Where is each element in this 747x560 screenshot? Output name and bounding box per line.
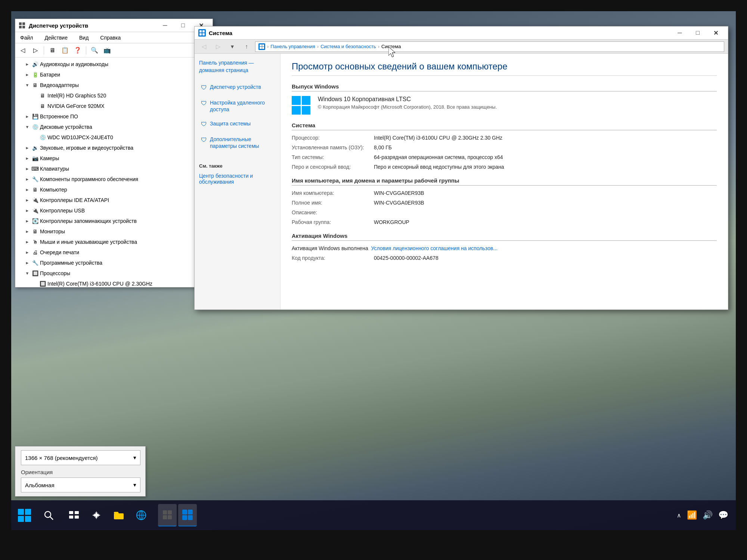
tree-software-components[interactable]: ► 🔧 Компоненты программного обеспечения [15, 174, 213, 184]
tree-hdd[interactable]: 💿 WDC WD10JPCX-24UE4T0 [15, 132, 213, 143]
maximize-button[interactable]: □ [174, 19, 192, 32]
tree-software-devices[interactable]: ► 🔧 Программные устройства [15, 258, 213, 268]
active-taskbar-items [155, 504, 200, 526]
description-value [374, 209, 717, 215]
taskview-button[interactable] [63, 504, 84, 526]
sys-minimize-btn[interactable]: ─ [671, 27, 688, 40]
tree-keyboard[interactable]: ► ⌨ Клавиатуры [15, 164, 213, 174]
windows-section-header: Выпуск Windows [292, 83, 717, 91]
pen-value: Перо и сенсорный ввод недоступны для это… [374, 164, 717, 170]
browser-taskbar[interactable] [131, 504, 151, 526]
svg-rect-0 [19, 22, 22, 25]
system-main-title: Просмотр основных сведений о вашем компь… [292, 61, 717, 76]
nav-back-btn[interactable]: ◁ [198, 41, 210, 52]
system-window-title: Система [209, 30, 232, 36]
svg-rect-8 [69, 516, 73, 519]
workgroup-label: Рабочая группа: [292, 219, 374, 225]
taskbar-search-button[interactable] [37, 500, 60, 530]
device-manager-tree: ► 🔊 Аудиовходы и аудиовыходы ► 🔋 Батареи… [15, 57, 213, 287]
device-manager-icon [18, 22, 26, 29]
back-button[interactable]: ◁ [17, 45, 28, 56]
tree-firmware[interactable]: ► 💾 Встроенное ПО [15, 111, 213, 122]
nav-forward-btn[interactable]: ▷ [213, 41, 224, 52]
sys-close-btn[interactable]: ✕ [707, 27, 724, 40]
properties-button[interactable]: 📋 [59, 45, 71, 56]
resolution-dropdown[interactable]: 1366 × 768 (рекомендуется) ▾ [21, 450, 140, 465]
windows-logo [292, 96, 310, 115]
computer-section-header: Имя компьютера, имя домена и параметры р… [292, 177, 717, 186]
sidebar-system-protection[interactable]: 🛡 Защита системы [199, 118, 276, 131]
tree-ide[interactable]: ► 🔌 Контроллеры IDE ATA/ATAPI [15, 195, 213, 205]
system-window: Система ─ □ ✕ ◁ ▷ ▾ ↑ [194, 26, 728, 310]
processor-row: Процессор: Intel(R) Core(TM) i3-6100U CP… [292, 135, 717, 141]
monitor-button[interactable]: 📺 [102, 45, 113, 56]
orientation-dropdown[interactable]: Альбомная ▾ [21, 477, 140, 492]
tree-camera[interactable]: ► 📷 Камеры [15, 153, 213, 164]
start-button[interactable] [11, 500, 37, 530]
tree-processors[interactable]: ▼ 🔲 Процессоры [15, 268, 213, 279]
tree-video-adapters[interactable]: ▼ 🖥 Видеоадаптеры [15, 80, 213, 90]
svg-rect-11 [114, 513, 124, 519]
breadcrumb-panel[interactable]: Панель управления [270, 44, 315, 49]
help-button[interactable]: ❓ [72, 45, 83, 56]
notification-icon[interactable]: 💬 [718, 510, 728, 520]
sidebar-advanced-settings[interactable]: 🛡 Дополнительные параметры системы [199, 134, 276, 152]
tree-nvidia[interactable]: 🖥 NVIDIA GeForce 920MX [15, 101, 213, 111]
sidebar-security-center-link[interactable]: Центр безопасности и обслуживания [199, 172, 276, 186]
system-window-icon [198, 29, 206, 37]
menu-help[interactable]: Справка [97, 34, 124, 42]
up-arrow-icon[interactable]: ∧ [677, 512, 681, 519]
tree-disk[interactable]: ▼ 💿 Дисковые устройства [15, 122, 213, 132]
svg-rect-16 [163, 510, 167, 514]
volume-icon[interactable]: 🔊 [703, 510, 713, 520]
sidebar-advanced-settings-label: Дополнительные параметры системы [210, 136, 274, 149]
sidebar-remote-access[interactable]: 🛡 Настройка удаленного доступа [199, 97, 276, 115]
menu-file[interactable]: Файл [17, 34, 36, 42]
tree-computer[interactable]: ► 🖥 Компьютер [15, 184, 213, 195]
menu-view[interactable]: Вид [76, 34, 92, 42]
breadcrumb-security[interactable]: Система и безопасность [320, 44, 376, 49]
device-manager-menu: Файл Действие Вид Справка [15, 32, 213, 43]
toolbar-separator-1 [44, 46, 44, 55]
tree-audio[interactable]: ► 🔊 Аудиовходы и аудиовыходы [15, 59, 213, 69]
forward-button[interactable]: ▷ [30, 45, 41, 56]
network-icon[interactable]: 📶 [687, 510, 697, 520]
activation-status: Активация Windows выполнена Условия лице… [292, 245, 717, 251]
computer-icon-btn[interactable]: 🖥 [47, 45, 58, 56]
system-window-controls: ─ □ ✕ [671, 27, 724, 40]
tree-intel-hd[interactable]: 🖥 Intel(R) HD Graphics 520 [15, 90, 213, 101]
display-settings-panel: 1366 × 768 (рекомендуется) ▾ Ориентация … [15, 446, 146, 497]
svg-rect-7 [75, 511, 79, 514]
gear-icon [91, 510, 102, 521]
system-titlebar: Система ─ □ ✕ [195, 27, 728, 40]
nav-up-btn[interactable]: ↑ [241, 41, 252, 52]
sidebar-shield-icon-4: 🛡 [201, 136, 207, 144]
svg-point-4 [45, 511, 51, 517]
active-device-manager[interactable] [158, 504, 177, 526]
tree-print-queues[interactable]: ► 🖨 Очереди печати [15, 247, 213, 258]
taskview-icon [68, 510, 80, 521]
tree-battery[interactable]: ► 🔋 Батареи [15, 69, 213, 80]
tree-storage[interactable]: ► 💽 Контроллеры запоминающих устройств [15, 216, 213, 226]
system-type-value: 64-разрядная операционная система, проце… [374, 154, 717, 160]
sidebar-home-link[interactable]: Панель управления — домашняя страница [199, 59, 276, 74]
sidebar-shield-icon-1: 🛡 [201, 84, 207, 92]
tree-monitors[interactable]: ► 🖥 Мониторы [15, 226, 213, 237]
tree-cpu-1[interactable]: 🔲 Intel(R) Core(TM) i3-6100U CPU @ 2.30G… [15, 279, 213, 287]
sidebar-device-manager[interactable]: 🛡 Диспетчер устройств [199, 81, 276, 94]
svg-line-5 [50, 517, 53, 520]
computer-name-row: Имя компьютера: WIN-CVGGA0ER93B [292, 190, 717, 196]
nav-down-btn[interactable]: ▾ [227, 41, 238, 52]
menu-action[interactable]: Действие [41, 34, 71, 42]
settings-taskbar-button[interactable] [86, 504, 106, 526]
scan-button[interactable]: 🔍 [89, 45, 100, 56]
tree-usb[interactable]: ► 🔌 Контроллеры USB [15, 205, 213, 216]
active-control-panel[interactable] [178, 504, 197, 526]
file-explorer-taskbar[interactable] [108, 504, 129, 526]
tree-mouse[interactable]: ► 🖱 Мыши и иные указывающие устройства [15, 237, 213, 247]
activation-link[interactable]: Условия лицензионного соглашения на испо… [371, 245, 498, 251]
tree-sound[interactable]: ► 🔉 Звуковые, игровые и видеоустройства [15, 143, 213, 153]
sys-maximize-btn[interactable]: □ [689, 27, 706, 40]
breadcrumb-bar: › Панель управления › Система и безопасн… [255, 41, 724, 52]
minimize-button[interactable]: ─ [156, 19, 174, 32]
